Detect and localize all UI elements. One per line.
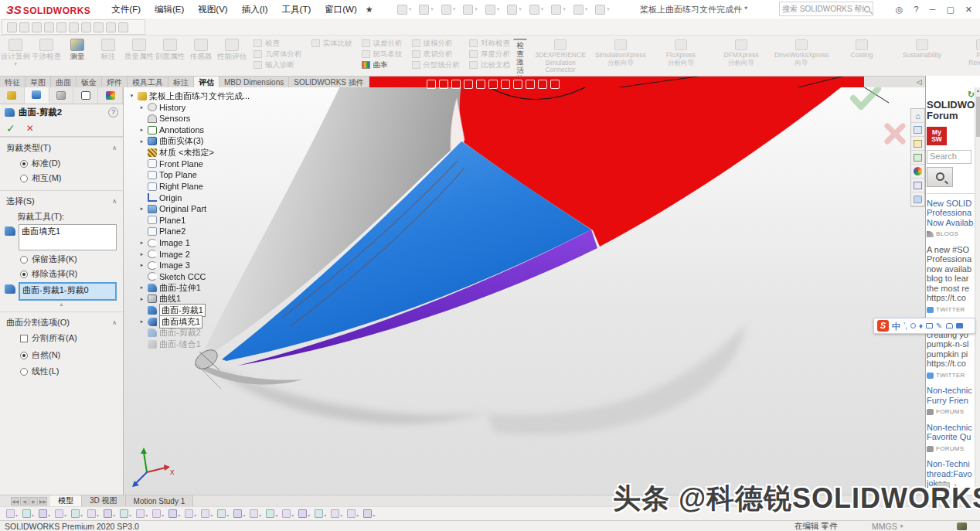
- tree-item[interactable]: ▸ 曲面填充1: [128, 316, 244, 328]
- tree-item[interactable]: Sketch CCC: [128, 271, 244, 283]
- display-manager-tab[interactable]: [98, 87, 123, 104]
- view-tool-icon[interactable]: [439, 80, 448, 89]
- tree-item[interactable]: Front Plane: [128, 158, 244, 170]
- ribbon-button[interactable]: 设计算例 ▾: [0, 36, 31, 76]
- cancel-button[interactable]: ✕: [26, 123, 34, 134]
- sketch-tool-button[interactable]: ▾: [298, 509, 310, 518]
- menu-item[interactable]: 工具(T): [275, 1, 318, 19]
- sketch-tool-button[interactable]: ▾: [6, 509, 18, 518]
- home-tab[interactable]: ⌂: [911, 109, 924, 123]
- expand-arrow-icon[interactable]: ▸: [138, 296, 145, 302]
- checkbox-split-all[interactable]: 分割所有(A): [0, 331, 123, 345]
- tool-icon[interactable]: [32, 22, 42, 32]
- ribbon-small-button[interactable]: 对称检查: [469, 39, 510, 48]
- section-header[interactable]: 选择(S) ∧: [0, 194, 123, 209]
- section-header[interactable]: 剪裁类型(T) ∧: [0, 141, 123, 156]
- expand-arrow-icon[interactable]: ▸: [138, 206, 145, 212]
- tool-icon[interactable]: [106, 22, 116, 32]
- property-manager-tab[interactable]: [25, 87, 49, 104]
- ribbon-small-button[interactable]: 底切分析: [412, 49, 461, 59]
- ribbon-tab[interactable]: 草图: [26, 77, 51, 88]
- ribbon-tab[interactable]: 焊件: [102, 77, 128, 88]
- help-icon[interactable]: ?: [914, 5, 918, 14]
- forum-tab[interactable]: [911, 192, 924, 206]
- tool-icon[interactable]: [7, 22, 17, 32]
- ribbon-button[interactable]: 测量: [62, 36, 93, 76]
- tree-item[interactable]: ▸ 曲线1: [128, 294, 244, 305]
- scroll-thumb[interactable]: [976, 97, 980, 137]
- tree-item[interactable]: 曲面-剪裁2: [128, 327, 244, 339]
- ribbon-small-button[interactable]: 检查: [254, 39, 302, 48]
- view-tool-icon[interactable]: [451, 80, 461, 89]
- tree-item[interactable]: ▸ History: [128, 102, 244, 114]
- sketch-tool-button[interactable]: ▾: [331, 509, 342, 518]
- resize-grip[interactable]: ▲: [0, 302, 123, 307]
- document-tab[interactable]: Motion Study 1: [126, 495, 194, 506]
- ribbon-button[interactable]: 干涉检查: [31, 36, 62, 76]
- view-tool-icon[interactable]: [526, 80, 535, 89]
- ribbon-small-button[interactable]: 几何体分析: [254, 49, 302, 59]
- xpress-button[interactable]: DFMXpress 分析向导: [711, 36, 771, 76]
- view-palette-tab[interactable]: [911, 151, 924, 165]
- sketch-tool-button[interactable]: ▾: [168, 509, 180, 518]
- doc-window-control[interactable]: ◁: [917, 78, 922, 86]
- tool-icon[interactable]: [81, 22, 91, 32]
- ribbon-tab[interactable]: 模具工具: [128, 77, 168, 88]
- file-explorer-tab[interactable]: [911, 137, 924, 151]
- ribbon-tab[interactable]: MBD Dimensions: [219, 77, 289, 88]
- dimxpert-manager-tab[interactable]: [73, 87, 98, 104]
- tree-item[interactable]: ▸ Image 2: [128, 248, 244, 260]
- expand-arrow-icon[interactable]: ▸: [138, 284, 145, 291]
- menu-item[interactable]: 文件(F): [104, 1, 148, 19]
- sketch-tool-button[interactable]: ▾: [120, 509, 131, 518]
- tool-icon[interactable]: [69, 22, 79, 32]
- sketch-tool-button[interactable]: ▾: [55, 509, 66, 518]
- sketch-tool-button[interactable]: ▾: [152, 509, 164, 518]
- ribbon-small-button[interactable]: 输入诊断: [254, 60, 302, 70]
- user-account-icon[interactable]: ◎: [896, 5, 903, 15]
- my-solidworks-badge[interactable]: MySW: [927, 127, 947, 145]
- search-icon[interactable]: [864, 6, 870, 12]
- sketch-tool-button[interactable]: ▾: [217, 509, 229, 518]
- sketch-tool-button[interactable]: ▾: [363, 509, 375, 518]
- expand-arrow-icon[interactable]: ▸: [138, 138, 145, 145]
- ribbon-small-button[interactable]: 比较文档: [469, 60, 510, 70]
- emoji-icon[interactable]: [910, 323, 916, 328]
- menu-item[interactable]: 编辑(E): [148, 1, 191, 19]
- radio-natural[interactable]: 自然(N): [0, 345, 123, 363]
- collapse-chevron-icon[interactable]: ∧: [112, 319, 117, 326]
- tree-item[interactable]: ▸ 曲面-拉伸1: [128, 282, 244, 294]
- ribbon-tab[interactable]: SOLIDWORKS 插件: [289, 77, 369, 88]
- expand-arrow-icon[interactable]: ▾: [128, 93, 135, 99]
- view-tool-icon[interactable]: [501, 80, 510, 89]
- quick-tool-button[interactable]: ▾: [570, 3, 592, 16]
- sogou-logo[interactable]: S: [877, 320, 889, 332]
- xpress-button[interactable]: Sustainability: [892, 36, 952, 76]
- radio-linear[interactable]: 线性(L): [0, 363, 123, 379]
- tree-item[interactable]: Sensors: [128, 113, 244, 124]
- radio-keep-selections[interactable]: 保留选择(K): [0, 252, 123, 267]
- ok-button[interactable]: ✓: [6, 122, 15, 134]
- appearances-tab[interactable]: [911, 165, 924, 179]
- document-tab[interactable]: 3D 视图: [82, 495, 126, 506]
- sketch-tool-button[interactable]: ▾: [39, 509, 50, 518]
- quick-tool-button[interactable]: ▾: [459, 3, 481, 16]
- feed-link[interactable]: New SOLID Professiona Now Availab: [927, 199, 975, 228]
- xpress-button[interactable]: Costing: [832, 36, 892, 76]
- tool-icon[interactable]: [56, 22, 66, 32]
- tree-item[interactable]: ▸ Annotations: [128, 124, 244, 136]
- tool-icon[interactable]: [94, 22, 104, 32]
- tree-item[interactable]: ▸ Original Part: [128, 203, 244, 215]
- expand-arrow-icon[interactable]: ▸: [138, 104, 145, 111]
- quick-tool-button[interactable]: ▾: [503, 3, 526, 16]
- ribbon-small-button[interactable]: 拔模分析: [412, 39, 461, 48]
- quick-tool-button[interactable]: ▾: [547, 3, 570, 16]
- help-search-box[interactable]: 搜索 SOLIDWORKS 帮助: [779, 2, 873, 16]
- tree-item[interactable]: Plane2: [128, 226, 244, 237]
- punctuation-icon[interactable]: ’,: [903, 322, 907, 330]
- ribbon-small-button[interactable]: 曲率: [362, 60, 403, 70]
- ribbon-button[interactable]: 质量属性: [124, 36, 155, 76]
- sketch-tool-button[interactable]: ▾: [104, 509, 115, 518]
- expand-arrow-icon[interactable]: ▸: [138, 240, 145, 246]
- task-pane-scrollbar[interactable]: ▲ ▼: [975, 87, 980, 491]
